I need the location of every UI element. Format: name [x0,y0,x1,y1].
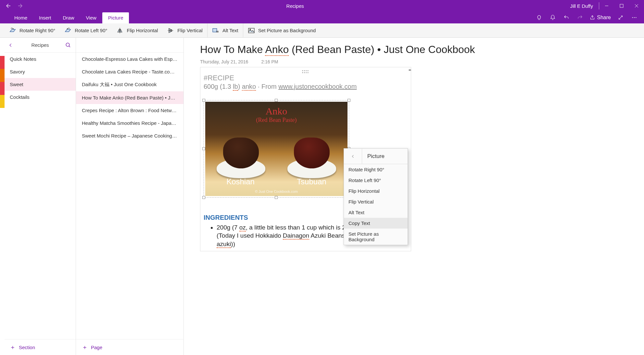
rotate-left-button[interactable]: Rotate Left 90° [60,23,112,37]
page-item[interactable]: Chocolate-Espresso Lava Cakes with Espre… [76,53,183,65]
user-name[interactable]: Jill E Duffy [564,3,599,9]
close-button[interactable] [629,0,644,12]
context-menu-item[interactable]: Rotate Left 90° [344,175,408,186]
recipe-tag[interactable]: #RECIPE [204,74,408,82]
page-title[interactable]: How To Make Anko (Red Bean Paste) • Just… [200,43,634,57]
share-button[interactable]: Share [587,15,613,20]
rotate-left-label: Rotate Left 90° [75,28,107,33]
tell-me-button[interactable] [533,12,546,23]
add-page-button[interactable]: ＋ Page [76,339,183,355]
search-button[interactable] [65,42,71,48]
set-background-icon [248,27,255,34]
svg-rect-4 [213,28,217,32]
context-menu-title: Picture [362,153,408,160]
minimize-button[interactable] [599,0,614,12]
page-item[interactable]: Crepes Recipe : Alton Brown : Food Netwo… [76,104,183,117]
page-item[interactable]: Healthy Matcha Smoothies Recipe - Japan … [76,117,183,129]
context-menu-item[interactable]: Flip Horizontal [344,186,408,196]
flip-vertical-icon [167,27,174,34]
rotate-right-button[interactable]: Rotate Right 90° [5,23,60,37]
note-editor[interactable]: ▶ How To Make Anko (Red Bean Paste) • Ju… [184,38,644,355]
tab-insert[interactable]: Insert [33,12,57,23]
rotate-right-icon [9,27,16,34]
context-menu-item[interactable]: Copy Text [344,218,408,229]
resize-handle[interactable] [347,99,350,102]
notifications-button[interactable] [546,12,559,23]
notebook-title: Recipes [31,42,49,48]
alt-text-icon [212,27,219,34]
pages-pane: Chocolate-Espresso Lava Cakes with Espre… [76,38,184,355]
titlebar: Recipes Jill E Duffy [0,0,644,12]
add-section-button[interactable]: ＋ Section [5,339,76,355]
alt-text-label: Alt Text [222,28,238,33]
window-title: Recipes [26,3,564,9]
svg-point-1 [632,17,633,18]
add-page-label: Page [91,345,102,350]
context-menu-item[interactable]: Set Picture as Background [344,229,408,245]
redo-button[interactable] [574,12,587,23]
more-button[interactable] [628,12,641,23]
set-background-button[interactable]: Set Picture as Background [243,23,321,37]
recipe-meta[interactable]: 600g (1.3 lb) anko · From www.justonecoo… [204,83,408,90]
svg-point-6 [250,29,251,30]
picture-context-menu: Picture Rotate Right 90°Rotate Left 90°F… [344,148,408,245]
nav-forward-button[interactable] [14,0,26,12]
color-tab[interactable] [0,82,5,95]
flip-vertical-label: Flip Vertical [177,28,203,33]
resize-handle[interactable] [275,196,278,199]
page-time: 2:16 PM [261,59,278,64]
context-menu-back-button[interactable] [344,149,362,164]
container-grip-icon[interactable]: •••••••• [204,70,408,74]
alt-text-button[interactable]: Alt Text [208,23,243,37]
rotate-right-label: Rotate Right 90° [19,28,55,33]
share-label: Share [597,15,611,20]
selected-image[interactable]: Anko (Red Bean Paste) Koshian Tsubuan © … [204,100,349,198]
page-item[interactable]: Daifuku 大福 • Just One Cookbook [76,78,183,91]
undo-button[interactable] [560,12,573,23]
color-tab[interactable] [0,95,5,108]
context-menu-item[interactable]: Alt Text [344,207,408,218]
resize-handle[interactable] [202,147,205,150]
section-item[interactable]: Cocktails [5,91,76,103]
plus-icon: ＋ [82,343,88,351]
ribbon-picture: Rotate Right 90° Rotate Left 90° Flip Ho… [0,23,644,38]
page-item[interactable]: Chocolate Lava Cakes Recipe - Taste.com.… [76,65,183,78]
flip-horizontal-button[interactable]: Flip Horizontal [112,23,162,37]
container-resize-icon[interactable]: ◂▸ [408,68,411,72]
fullscreen-button[interactable] [614,12,627,23]
section-item[interactable]: Savory [5,65,76,78]
svg-point-7 [66,43,69,46]
resize-handle[interactable] [202,99,205,102]
source-link[interactable]: www.justonecookbook.com [278,83,357,90]
svg-rect-0 [620,4,623,7]
resize-handle[interactable] [275,99,278,102]
color-tab[interactable] [0,69,5,82]
maximize-button[interactable] [614,0,629,12]
add-section-label: Section [19,345,35,350]
section-item[interactable]: Sweet [5,78,76,91]
page-item[interactable]: Sweet Mochi Recipe – Japanese Cooking 10… [76,129,183,142]
plus-icon: ＋ [10,343,16,351]
page-date: Thursday, July 21, 2016 [200,59,248,64]
sections-pane: Recipes Quick NotesSavorySweetCocktails … [5,38,76,355]
section-item[interactable]: Quick Notes [5,53,76,65]
tab-picture[interactable]: Picture [102,12,129,23]
recipe-image: Anko (Red Bean Paste) Koshian Tsubuan © … [205,102,347,196]
ribbon-tab-strip: Home Insert Draw View Picture Share [0,12,644,23]
section-color-tabs [0,38,5,355]
flip-vertical-button[interactable]: Flip Vertical [162,23,207,37]
context-menu-item[interactable]: Rotate Right 90° [344,164,408,175]
color-tab[interactable] [0,56,5,69]
nav-back-button[interactable] [3,0,14,12]
flip-horizontal-icon [116,27,123,34]
set-background-label: Set Picture as Background [258,28,316,33]
rotate-left-icon [64,27,71,34]
sections-back-button[interactable] [8,43,13,47]
tab-draw[interactable]: Draw [57,12,80,23]
tab-home[interactable]: Home [8,12,33,23]
page-item[interactable]: How To Make Anko (Red Bean Paste) • Just… [76,91,183,104]
resize-handle[interactable] [202,196,205,199]
flip-horizontal-label: Flip Horizontal [127,28,158,33]
tab-view[interactable]: View [80,12,102,23]
context-menu-item[interactable]: Flip Vertical [344,196,408,207]
